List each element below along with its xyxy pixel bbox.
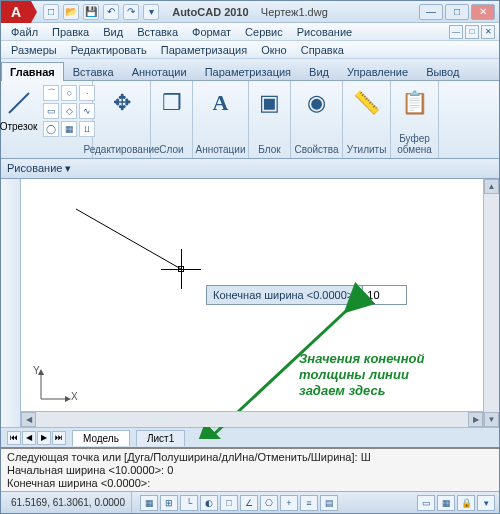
menu-insert[interactable]: Вставка [131,25,184,39]
child-restore-button[interactable]: □ [465,25,479,39]
layers-button[interactable]: ❒ [154,85,190,121]
qat-redo-icon[interactable]: ↷ [123,4,139,20]
draw-panel-dropdown[interactable]: Рисование ▾ [7,162,71,175]
osnap-toggle-icon[interactable]: □ [220,495,238,511]
child-close-button[interactable]: ✕ [481,25,495,39]
ribbon-panel-strip: Рисование ▾ [1,159,499,179]
measure-icon: 📏 [351,87,383,119]
horizontal-scrollbar[interactable]: ◀ ▶ [21,411,483,427]
rect-icon[interactable]: ▭ [43,103,59,119]
svg-line-0 [9,93,29,113]
app-menu-button[interactable]: A [1,1,31,23]
model-tab[interactable]: Модель [72,430,130,446]
dyn-toggle-icon[interactable]: + [280,495,298,511]
snap-toggle-icon[interactable]: ▦ [140,495,158,511]
tab-nav-prev[interactable]: ◀ [22,431,36,445]
drawing-area: Конечная ширина <0.0000>: Значения конеч… [1,179,499,427]
left-toolbar[interactable] [1,179,21,427]
quick-access-toolbar: □ 📂 💾 ↶ ↷ ▾ [43,4,159,20]
qp-toggle-icon[interactable]: ▤ [320,495,338,511]
layers-label: Слои [159,143,183,156]
layout-tabs: ⏮ ◀ ▶ ⏭ Модель Лист1 [1,427,499,447]
ucs-icon: Y X [33,367,73,409]
block-icon: ▣ [254,87,286,119]
tab-nav-last[interactable]: ⏭ [52,431,66,445]
menu-view[interactable]: Вид [97,25,129,39]
qat-undo-icon[interactable]: ↶ [103,4,119,20]
status-dropdown-icon[interactable]: ▾ [477,495,495,511]
modify-label: Редактирование [83,143,159,156]
maximize-button[interactable]: □ [445,4,469,20]
modify-panel-button[interactable]: ✥ [104,85,140,121]
tab-param[interactable]: Параметризация [196,62,300,81]
menubar-row2: Размеры Редактировать Параметризация Окн… [1,41,499,59]
layers-icon: ❒ [156,87,188,119]
menu-help[interactable]: Справка [295,43,350,57]
menu-window[interactable]: Окно [255,43,293,57]
properties-button[interactable]: ◉ [299,85,335,121]
arc-icon[interactable]: ⌒ [43,85,59,101]
tab-annotate[interactable]: Аннотации [123,62,196,81]
circle-icon[interactable]: ○ [61,85,77,101]
sheet1-tab[interactable]: Лист1 [136,430,185,446]
cmd-history-2: Начальная ширина <10.0000>: 0 [7,464,493,477]
otrack-toggle-icon[interactable]: ∠ [240,495,258,511]
ducs-toggle-icon[interactable]: ⎔ [260,495,278,511]
chevron-down-icon: ▾ [65,162,71,174]
child-minimize-button[interactable]: — [449,25,463,39]
menu-modify[interactable]: Редактировать [65,43,153,57]
ortho-toggle-icon[interactable]: └ [180,495,198,511]
line-tool-button[interactable]: Отрезок [0,85,39,134]
lwt-toggle-icon[interactable]: ≡ [300,495,318,511]
scroll-up-button[interactable]: ▲ [484,179,499,194]
color-wheel-icon: ◉ [301,87,333,119]
close-button[interactable]: ✕ [471,4,495,20]
tab-insert[interactable]: Вставка [64,62,123,81]
tab-manage[interactable]: Управление [338,62,417,81]
model-button[interactable]: ▭ [417,495,435,511]
ucs-y-label: Y [33,365,40,376]
grid-toggle-icon[interactable]: ⊞ [160,495,178,511]
minimize-button[interactable]: — [419,4,443,20]
window-buttons: — □ ✕ [419,4,499,20]
tab-output[interactable]: Вывод [417,62,468,81]
menu-draw[interactable]: Рисование [291,25,358,39]
menu-file[interactable]: Файл [5,25,44,39]
tab-view[interactable]: Вид [300,62,338,81]
menu-edit[interactable]: Правка [46,25,95,39]
tab-home[interactable]: Главная [1,62,64,81]
lock-icon[interactable]: 🔒 [457,495,475,511]
menu-dims[interactable]: Размеры [5,43,63,57]
menu-service[interactable]: Сервис [239,25,289,39]
utilities-button[interactable]: 📏 [349,85,385,121]
vertical-scrollbar[interactable]: ▲ ▼ [483,179,499,427]
polar-toggle-icon[interactable]: ◐ [200,495,218,511]
polygon-icon[interactable]: ◇ [61,103,77,119]
scroll-left-button[interactable]: ◀ [21,412,36,427]
annotations-button[interactable]: A [203,85,239,121]
ellipse-icon[interactable]: ◯ [43,121,59,137]
block-label: Блок [258,143,280,156]
qat-new-icon[interactable]: □ [43,4,59,20]
qat-open-icon[interactable]: 📂 [63,4,79,20]
clipboard-button[interactable]: 📋 [397,85,433,121]
crosshair-cursor [161,249,201,289]
quickview-icon[interactable]: ▦ [437,495,455,511]
qat-more-icon[interactable]: ▾ [143,4,159,20]
command-line[interactable]: Следующая точка или [Дуга/Полуширина/длИ… [1,447,499,491]
menu-param[interactable]: Параметризация [155,43,253,57]
menu-format[interactable]: Формат [186,25,237,39]
prompt-input[interactable] [363,285,407,305]
block-button[interactable]: ▣ [252,85,288,121]
canvas[interactable]: Конечная ширина <0.0000>: Значения конеч… [21,179,499,427]
annotation-text: Значения конечной толщины линии задаем з… [299,351,424,399]
tab-nav-first[interactable]: ⏮ [7,431,21,445]
qat-save-icon[interactable]: 💾 [83,4,99,20]
scroll-right-button[interactable]: ▶ [468,412,483,427]
hatch-icon[interactable]: ▦ [61,121,77,137]
status-right: ▭ ▦ 🔒 ▾ [417,495,495,511]
cmd-prompt: Конечная ширина <0.0000>: [7,477,493,490]
tab-nav-next[interactable]: ▶ [37,431,51,445]
autocad-window: A □ 📂 💾 ↶ ↷ ▾ AutoCAD 2010 Чертеж1.dwg —… [0,0,500,514]
scroll-down-button[interactable]: ▼ [484,412,499,427]
